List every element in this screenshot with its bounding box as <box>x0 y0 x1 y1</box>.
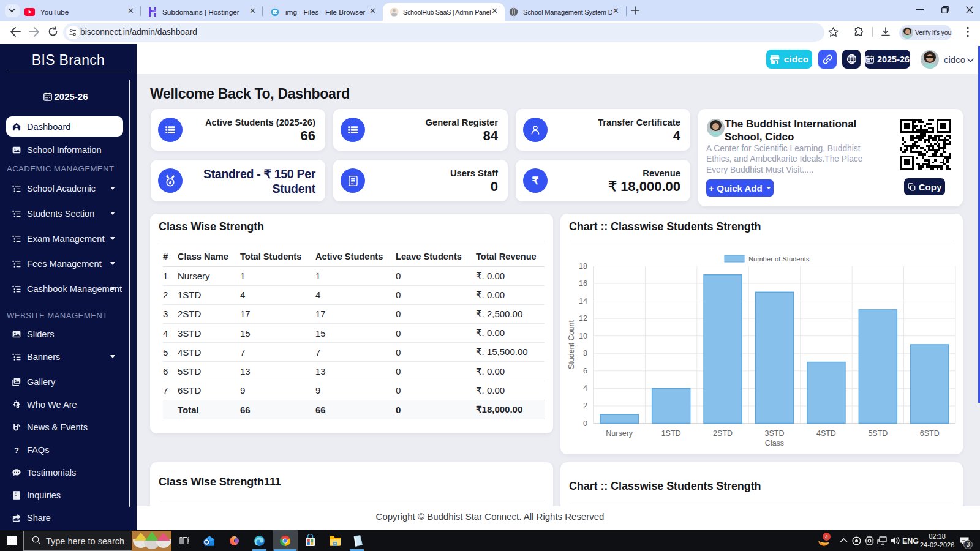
svg-text:Student Count: Student Count <box>567 320 576 369</box>
svg-text:Number of Students: Number of Students <box>748 255 810 263</box>
svg-text:10: 10 <box>579 332 587 340</box>
svg-text:16: 16 <box>579 279 587 288</box>
svg-text:0: 0 <box>583 419 587 428</box>
svg-text:6STD: 6STD <box>920 429 940 438</box>
svg-text:1STD: 1STD <box>662 429 681 438</box>
svg-text:Nursery: Nursery <box>606 429 633 438</box>
svg-text:8: 8 <box>583 349 587 358</box>
svg-text:4: 4 <box>583 384 587 392</box>
svg-text:2: 2 <box>583 402 587 410</box>
svg-text:4STD: 4STD <box>816 429 836 438</box>
svg-text:14: 14 <box>579 297 587 305</box>
svg-text:3STD: 3STD <box>765 429 785 438</box>
svg-text:12: 12 <box>579 314 587 323</box>
svg-text:2STD: 2STD <box>713 429 733 438</box>
svg-text:5STD: 5STD <box>868 429 888 438</box>
svg-text:18: 18 <box>579 262 587 271</box>
svg-text:Class: Class <box>765 439 784 448</box>
svg-text:6: 6 <box>583 367 587 375</box>
svg-text:?: ? <box>14 446 19 454</box>
